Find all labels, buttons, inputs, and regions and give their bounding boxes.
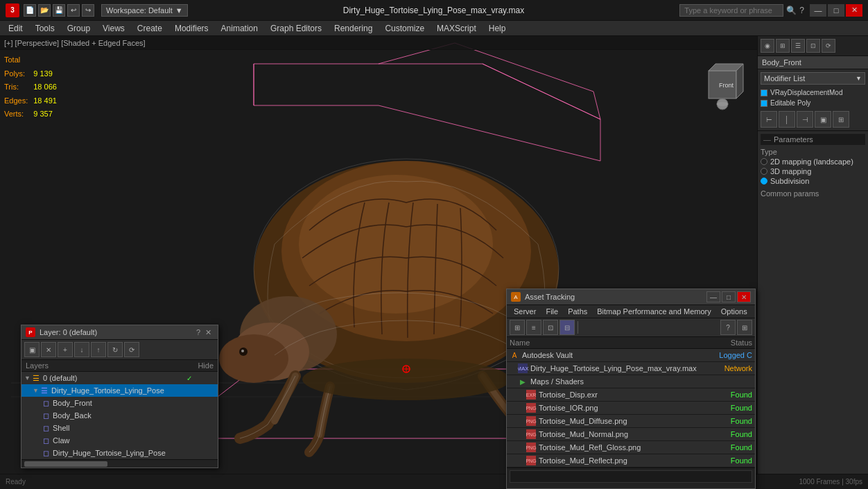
asset-menu-file[interactable]: File	[541, 307, 562, 316]
asset-tb-btn1[interactable]: ⊞	[510, 320, 525, 335]
asset-name-disp: EXR Tortoise_Disp.exr	[526, 390, 697, 400]
bottom-status-text: Ready	[6, 478, 26, 486]
asset-row-autodesk[interactable]: A Autodesk Vault Logged C	[507, 349, 755, 362]
modifier-vray[interactable]: VRayDisplacementMod	[758, 87, 868, 98]
layer-panel: P Layer: 0 (default) ? ✕ ▣ ✕ + ↓ ↑ ↻ ⟳ L…	[21, 325, 218, 468]
asset-tb-btn2[interactable]: ≡	[526, 320, 541, 335]
menu-maxscript[interactable]: MAXScript	[431, 21, 482, 35]
layer-icon-lying: ☰	[40, 386, 49, 395]
asset-label-maps: Maps / Shaders	[530, 377, 584, 386]
layer-item-shell[interactable]: ◻ Shell	[21, 422, 218, 434]
lt-btn-icon[interactable]: ▣	[24, 342, 40, 357]
layer-help-button[interactable]: ?	[194, 328, 202, 337]
lt-btn-up[interactable]: ↑	[91, 342, 106, 357]
tb-icon-5[interactable]: ⊞	[833, 111, 849, 128]
search-input[interactable]	[679, 4, 783, 17]
asset-panel-titlebar[interactable]: A Asset Tracking — □ ✕	[507, 289, 755, 305]
asset-menu-bitmap[interactable]: Bitmap Performance and Memory	[593, 307, 715, 316]
type-section: Type 2D mapping (landscape) 3D mapping S…	[761, 148, 865, 185]
lt-btn-refresh2[interactable]: ⟳	[124, 342, 139, 357]
layer-item-default[interactable]: ▼ ☰ 0 (default) ✓	[21, 372, 218, 384]
viewport-cube[interactable]: Front	[695, 57, 750, 112]
tb-icon-1[interactable]: ⊢	[761, 111, 777, 128]
asset-bottom-bar	[507, 467, 755, 488]
menu-customize[interactable]: Customize	[379, 21, 430, 35]
layer-item-lying-pose[interactable]: ▼ ☰ Dirty_Huge_Tortoise_Lying_Pose	[21, 384, 218, 397]
layer-scrollbar-thumb[interactable]	[24, 461, 107, 467]
menu-create[interactable]: Create	[132, 21, 168, 35]
asset-row-max[interactable]: MAX Dirty_Huge_Tortoise_Lying_Pose_max_v…	[507, 362, 755, 375]
layer-item-dirty-pose[interactable]: ◻ Dirty_Huge_Tortoise_Lying_Pose	[21, 447, 218, 459]
asset-menu-paths[interactable]: Paths	[564, 307, 591, 316]
tb-icon-3[interactable]: ⊣	[797, 111, 813, 128]
redo-btn[interactable]: ↪	[82, 4, 94, 17]
menu-edit[interactable]: Edit	[3, 21, 28, 35]
asset-tb-btn4[interactable]: ⊟	[559, 320, 575, 335]
lt-btn-add[interactable]: +	[58, 342, 73, 357]
stats-tris-value: 18 066	[29, 81, 57, 94]
radio-3d-mapping[interactable]: 3D mapping	[761, 167, 865, 175]
tb-icon-2[interactable]: │	[779, 111, 795, 128]
asset-maximize-button[interactable]: □	[722, 291, 736, 302]
tb-icon-4[interactable]: ▣	[815, 111, 831, 128]
open-btn[interactable]: 📂	[38, 4, 51, 17]
asset-close-button[interactable]: ✕	[737, 291, 751, 302]
undo-btn[interactable]: ↩	[67, 4, 80, 17]
help-icon[interactable]: ?	[799, 6, 804, 15]
layer-item-body-front[interactable]: ◻ Body_Front	[21, 397, 218, 409]
modifier-list-dropdown[interactable]: Modifier List	[761, 72, 865, 85]
workspace-label: Workspace: Default	[106, 6, 173, 15]
new-btn[interactable]: 📄	[24, 4, 36, 17]
asset-menu-options[interactable]: Options	[717, 307, 752, 316]
layer-item-body-back[interactable]: ◻ Body_Back	[21, 409, 218, 422]
minimize-button[interactable]: —	[810, 4, 826, 17]
menu-views[interactable]: Views	[97, 21, 130, 35]
lt-btn-delete[interactable]: ✕	[41, 342, 56, 357]
layer-close-button[interactable]: ✕	[203, 328, 214, 337]
layer-scrollbar[interactable]	[21, 459, 218, 467]
asset-row-ior[interactable]: PNG Tortoise_IOR.png Found	[507, 402, 755, 415]
menu-graph-editors[interactable]: Graph Editors	[265, 21, 327, 35]
save-btn[interactable]: 💾	[53, 4, 65, 17]
asset-row-refl[interactable]: PNG Tortoise_Mud_Refl_Gloss.png Found	[507, 441, 755, 454]
asset-row-normal[interactable]: PNG Tortoise_Mud_Normal.png Found	[507, 428, 755, 441]
rp-btn-1[interactable]: ◉	[761, 39, 774, 53]
asset-row-reflect[interactable]: PNG Tortoise_Mud_Reflect.png Found	[507, 454, 755, 467]
maximize-button[interactable]: □	[828, 4, 844, 17]
stats-edges-value: 18 491	[29, 95, 57, 108]
workspace-dropdown-icon: ▼	[175, 6, 183, 15]
asset-row-disp[interactable]: EXR Tortoise_Disp.exr Found	[507, 388, 755, 402]
lt-btn-refresh1[interactable]: ↻	[107, 342, 123, 357]
col-status-header: Status	[697, 338, 752, 347]
menu-tools[interactable]: Tools	[30, 21, 60, 35]
modifier-vray-checkbox[interactable]	[761, 89, 767, 96]
modifier-poly-checkbox[interactable]	[761, 100, 767, 107]
search-icon[interactable]: 🔍	[786, 6, 797, 15]
rp-btn-4[interactable]: ⊡	[806, 39, 820, 53]
radio-2d-mapping[interactable]: 2D mapping (landscape)	[761, 157, 865, 166]
asset-tb-btn3[interactable]: ⊡	[543, 320, 558, 335]
asset-tb-more[interactable]: ⊞	[737, 320, 752, 335]
asset-row-diffuse[interactable]: PNG Tortoise_Mud_Diffuse.png Found	[507, 415, 755, 428]
rp-btn-3[interactable]: ☰	[791, 39, 805, 53]
menu-rendering[interactable]: Rendering	[329, 21, 378, 35]
rp-btn-5[interactable]: ⟳	[822, 39, 835, 53]
layer-item-claw[interactable]: ◻ Claw	[21, 434, 218, 447]
asset-label-ior: Tortoise_IOR.png	[539, 404, 598, 412]
asset-tb-help[interactable]: ?	[720, 320, 736, 335]
menu-help[interactable]: Help	[483, 21, 512, 35]
layer-panel-titlebar[interactable]: P Layer: 0 (default) ? ✕	[21, 325, 218, 340]
rp-btn-2[interactable]: ⊞	[776, 39, 790, 53]
close-button[interactable]: ✕	[846, 4, 862, 17]
menu-modifiers[interactable]: Modifiers	[169, 21, 214, 35]
workspace-selector[interactable]: Workspace: Default ▼	[101, 4, 188, 17]
asset-minimize-button[interactable]: —	[706, 291, 720, 302]
asset-row-maps[interactable]: ▶ Maps / Shaders	[507, 375, 755, 388]
asset-menu-server[interactable]: Server	[510, 307, 540, 316]
modifier-poly-label: Editable Poly	[770, 99, 810, 107]
menu-group[interactable]: Group	[62, 21, 96, 35]
menu-animation[interactable]: Animation	[216, 21, 263, 35]
radio-subdivision[interactable]: Subdivision	[761, 177, 865, 185]
lt-btn-down[interactable]: ↓	[74, 342, 89, 357]
modifier-poly[interactable]: Editable Poly	[758, 98, 868, 108]
